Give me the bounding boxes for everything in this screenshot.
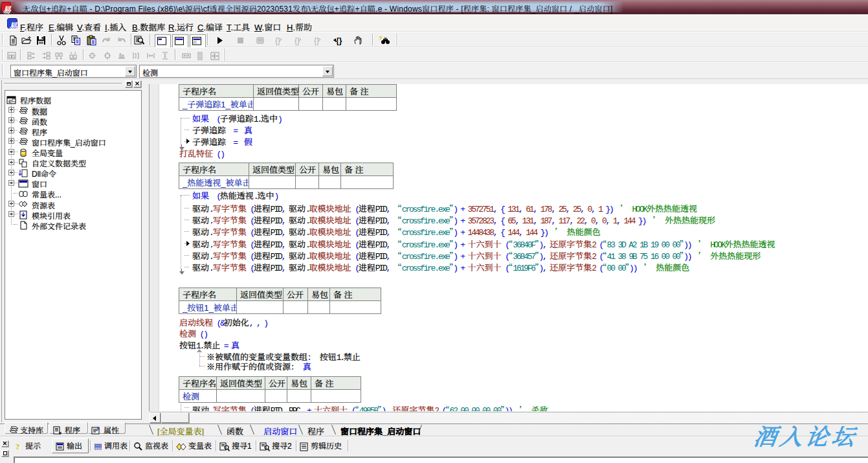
svg-text:{}: {} <box>336 36 342 45</box>
svg-text:{}: {} <box>295 36 300 45</box>
svg-text:?: ? <box>16 442 20 451</box>
svg-text:{}: {} <box>314 36 319 45</box>
svg-text:{}: {} <box>275 36 280 45</box>
svg-text:?: ? <box>379 35 383 41</box>
